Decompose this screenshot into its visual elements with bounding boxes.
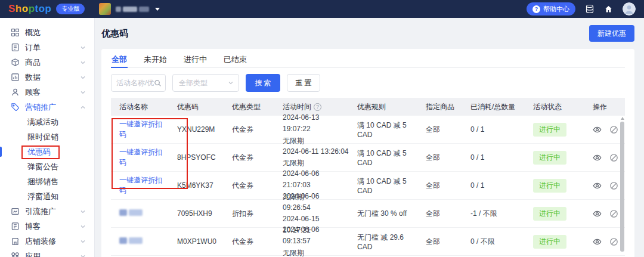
activity-name-link[interactable]: 一键邀评折扣码 <box>119 148 162 166</box>
store-name-blurred <box>116 7 149 12</box>
chevron-icon <box>80 60 86 66</box>
reset-button[interactable]: 重置 <box>287 74 320 92</box>
sidebar-item[interactable]: 订单 <box>0 40 94 55</box>
sidebar-item-icon <box>11 222 20 231</box>
status-tab[interactable]: 进行中 <box>183 51 208 67</box>
disable-icon[interactable] <box>609 125 618 134</box>
chevron-icon <box>80 104 86 110</box>
status-badge: 进行中 <box>533 235 566 249</box>
sidebar-item[interactable]: 满减活动 <box>0 114 94 129</box>
status-tab[interactable]: 全部 <box>111 51 128 67</box>
chevron-icon <box>80 45 86 51</box>
activity-name-link[interactable]: 一键邀评折扣码 <box>119 120 162 138</box>
view-icon[interactable] <box>593 125 602 134</box>
coupon-rule: 满 10 CAD 减 5 CAD <box>349 120 417 139</box>
sidebar-item-label: 浮窗通知 <box>27 191 58 202</box>
column-header: 已消耗/总数量 <box>462 102 525 112</box>
coupon-type: 代金券 <box>224 125 274 135</box>
sidebar-item-icon <box>11 252 20 257</box>
activity-time: 2024-06-06 09:13:57 无限期 <box>274 224 349 257</box>
search-input[interactable] <box>116 79 154 87</box>
sidebar-item[interactable]: 顾客 <box>0 85 94 100</box>
table-scrollbar[interactable] <box>620 117 624 257</box>
coupon-code: 7095HXH9 <box>169 209 224 218</box>
sidebar-item[interactable]: 弹窗公告 <box>0 159 94 174</box>
sidebar-item-icon <box>11 237 20 246</box>
logo-letter: o <box>39 3 45 15</box>
sidebar-item-label: 数据 <box>25 72 41 83</box>
view-icon[interactable] <box>593 209 602 218</box>
coupon-code: K5M6YK37 <box>169 181 224 190</box>
activity-time: 2024-06-13 19:07:22 无限期 <box>274 112 349 147</box>
sidebar-item-label: 引流推广 <box>25 206 56 217</box>
help-center-button[interactable]: ? 帮助中心 <box>527 2 575 16</box>
chevron-icon <box>80 224 86 230</box>
disable-icon[interactable] <box>609 153 618 162</box>
search-button[interactable]: 搜索 <box>246 74 280 92</box>
help-icon: ? <box>314 103 321 111</box>
chevron-icon <box>80 239 86 244</box>
coupon-type: 折扣券 <box>224 209 274 219</box>
shoptop-logo: S h o p t o p <box>8 3 51 15</box>
store-switcher[interactable] <box>99 3 160 15</box>
sidebar-item[interactable]: 概览 <box>0 25 94 40</box>
status-tab[interactable]: 未开始 <box>143 51 168 67</box>
view-icon[interactable] <box>593 181 602 190</box>
disable-icon[interactable] <box>609 237 618 246</box>
view-icon[interactable] <box>593 153 602 162</box>
sidebar-item[interactable]: 优惠码 <box>0 144 94 159</box>
table-body: 一键邀评折扣码 YXNU229M 代金券 2024-06-13 19:07:22… <box>111 116 625 256</box>
scroll-up-arrow-icon[interactable] <box>621 117 624 120</box>
usage-count: 0 / 1 <box>462 153 525 162</box>
search-box <box>111 74 166 92</box>
table-header: 活动名称 优惠码 优惠类型 活动时间 ? <box>111 98 625 116</box>
database-icon[interactable] <box>585 4 595 14</box>
top-bar: S h o p t o p 专业版 ? 帮助中心 <box>0 0 644 18</box>
sidebar-item[interactable]: 捆绑销售 <box>0 174 94 189</box>
sidebar-item[interactable]: 限时促销 <box>0 129 94 144</box>
status-tabs: 全部 未开始 进行中 已结束 <box>111 51 625 68</box>
status-badge: 进行中 <box>533 179 566 193</box>
sidebar-item-label: 弹窗公告 <box>27 162 58 172</box>
designated-products: 全部 <box>417 209 462 219</box>
logo-letter: p <box>29 3 35 15</box>
activity-name-link[interactable]: 一键邀评折扣码 <box>119 176 162 194</box>
user-avatar[interactable] <box>623 2 636 16</box>
sidebar-item[interactable]: 数据 <box>0 70 94 85</box>
sidebar-item[interactable]: 引流推广 <box>0 204 94 219</box>
table-row: 7095HXH9 折扣券 2024-06-06 09:26:54 2024-06… <box>111 200 625 228</box>
type-filter-select[interactable]: 全部类型 <box>172 74 239 92</box>
usage-count: 0 / 1 <box>462 125 525 134</box>
sidebar-item-label: 满减活动 <box>27 117 58 128</box>
status-tab[interactable]: 已结束 <box>223 51 247 67</box>
sidebar-item[interactable]: 店铺装修 <box>0 234 94 249</box>
disable-icon[interactable] <box>609 181 618 190</box>
scrollbar-thumb[interactable] <box>620 122 624 252</box>
home-icon[interactable] <box>604 5 613 14</box>
sidebar-item[interactable]: 应用 <box>0 249 94 257</box>
chevron-icon <box>80 75 86 80</box>
sidebar-item-label: 顾客 <box>25 87 41 98</box>
content-card: 全部 未开始 进行中 已结束 <box>101 49 634 257</box>
sidebar-item[interactable]: 博客 <box>0 219 94 234</box>
chevron-icon <box>80 209 86 215</box>
new-coupon-button[interactable]: 新建优惠 <box>589 25 634 42</box>
sidebar-item-icon <box>11 73 20 82</box>
sidebar-item-label: 商品 <box>25 57 41 68</box>
sidebar-item-label: 应用 <box>25 251 41 257</box>
view-icon[interactable] <box>593 237 602 246</box>
designated-products: 全部 <box>417 181 462 191</box>
sidebar-item-label: 营销推广 <box>25 102 56 113</box>
designated-products: 全部 <box>417 237 462 247</box>
sidebar-item[interactable]: 商品 <box>0 55 94 70</box>
column-header: 优惠类型 <box>224 102 274 112</box>
coupon-rule: 无门槛 30 % off <box>349 209 417 219</box>
logo-letter: p <box>45 3 52 15</box>
sidebar-item[interactable]: 浮窗通知 <box>0 189 94 204</box>
coupon-type: 代金券 <box>224 237 274 247</box>
disable-icon[interactable] <box>609 209 618 218</box>
column-header: 活动时间 ? <box>274 102 349 112</box>
sidebar-item-icon <box>11 103 20 112</box>
sidebar-item-label: 店铺装修 <box>25 236 56 247</box>
sidebar-item[interactable]: 营销推广 <box>0 100 94 114</box>
